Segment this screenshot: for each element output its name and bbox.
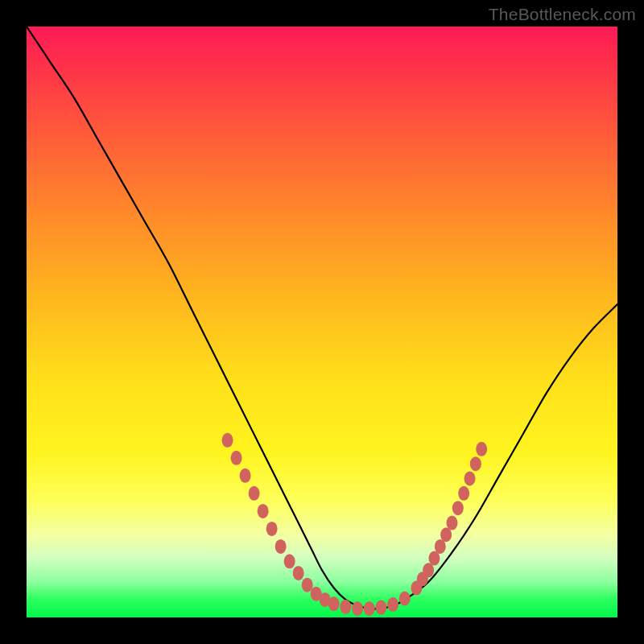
bottleneck-curve	[27, 27, 617, 609]
highlight-dot	[284, 554, 295, 568]
curve-layer	[27, 27, 617, 617]
highlight-dot	[275, 539, 287, 554]
highlight-dot	[302, 578, 313, 592]
highlight-dot	[249, 486, 260, 501]
highlight-dot	[452, 501, 464, 515]
highlight-dot	[476, 442, 487, 456]
highlight-dot	[364, 601, 375, 616]
highlight-dot	[470, 456, 481, 471]
highlight-dot	[328, 597, 340, 611]
highlight-dot	[258, 504, 269, 518]
highlight-dot	[352, 601, 363, 616]
highlight-dot	[464, 472, 476, 486]
highlight-dot	[293, 566, 304, 580]
highlight-dot	[222, 433, 233, 448]
highlight-dots	[222, 433, 488, 616]
highlight-dot	[399, 592, 411, 606]
chart-frame: TheBottleneck.com	[0, 0, 644, 644]
highlight-dot	[231, 451, 242, 465]
highlight-dot	[446, 516, 457, 530]
highlight-dot	[340, 600, 351, 614]
highlight-dot	[387, 597, 398, 612]
highlight-dot	[266, 522, 278, 536]
highlight-dot	[375, 601, 386, 615]
highlight-dot	[458, 486, 469, 501]
highlight-dot	[240, 469, 251, 483]
plot-area	[27, 27, 617, 617]
watermark-text: TheBottleneck.com	[489, 5, 636, 24]
